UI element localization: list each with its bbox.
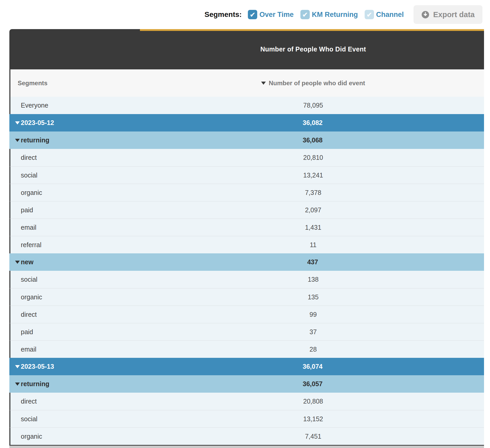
segments-column-label: Segments (18, 80, 48, 87)
row-segment-cell: Everyone (10, 102, 142, 109)
row-value: 20,808 (303, 398, 323, 405)
row-label: organic (21, 189, 42, 196)
row-value: 7,451 (305, 433, 321, 440)
row-value: 36,074 (303, 363, 323, 370)
table-row: social 13,152 (9, 410, 484, 427)
table-row: direct 99 (9, 306, 484, 323)
row-value-cell: 36,082 (141, 119, 484, 127)
row-value: 135 (308, 293, 319, 301)
collapse-triangle-icon[interactable] (15, 365, 20, 368)
sort-triangle-down-icon (261, 82, 266, 85)
table-body: Everyone 78,095 2023-05-12 36,082 return… (9, 97, 484, 445)
row-label: paid (21, 206, 33, 214)
row-label: new (21, 258, 34, 266)
row-label: 2023-05-13 (21, 363, 54, 370)
panel-header: Number of People Who Did Event (9, 29, 484, 69)
checkbox-icon[interactable]: ✔ (365, 10, 374, 19)
checkbox-channel[interactable]: ✔ Channel (365, 10, 404, 19)
row-value: 36,082 (303, 119, 323, 127)
row-segment-cell: direct (10, 154, 142, 161)
row-label: direct (21, 311, 37, 318)
checkbox-km-returning[interactable]: ✔ KM Returning (300, 10, 358, 19)
row-segment-cell: direct (10, 311, 142, 318)
row-value: 11 (310, 241, 317, 249)
row-segment-cell: paid (10, 328, 142, 336)
collapse-triangle-icon[interactable] (15, 121, 20, 124)
row-value-cell: 135 (142, 293, 484, 301)
table-row[interactable]: new 437 (9, 253, 484, 271)
row-value-cell: 1,431 (142, 224, 484, 231)
row-label: returning (21, 136, 49, 144)
row-value-cell: 99 (142, 311, 484, 318)
row-segment-cell: new (9, 258, 141, 266)
table-row: Everyone 78,095 (9, 97, 484, 114)
row-value-cell: 36,068 (141, 136, 484, 144)
row-label: social (21, 415, 37, 423)
checkbox-label[interactable]: Channel (376, 11, 404, 19)
table-row: social 138 (9, 271, 484, 288)
collapse-triangle-icon[interactable] (15, 139, 20, 142)
table-row: paid 2,097 (9, 201, 484, 219)
row-value-cell: 13,241 (142, 172, 484, 179)
row-segment-cell: referral (10, 241, 142, 249)
table-row: referral 11 (9, 236, 484, 253)
row-label: social (21, 276, 37, 283)
table-row: social 13,241 (9, 166, 484, 184)
checkbox-icon[interactable]: ✔ (300, 10, 310, 19)
checkbox-label[interactable]: Over Time (259, 11, 294, 19)
checkmark-icon: ✔ (366, 11, 372, 18)
horizontal-scrollbar[interactable] (9, 445, 484, 448)
row-value-cell: 13,152 (142, 415, 484, 423)
value-column-sort-header[interactable]: Number of people who did event (261, 80, 365, 87)
report-panel: Number of People Who Did Event Segments … (9, 29, 484, 448)
row-value: 13,241 (303, 172, 323, 179)
export-data-button[interactable]: Export data (414, 5, 482, 24)
row-segment-cell: organic (10, 293, 142, 301)
row-value-cell: 20,808 (142, 398, 484, 405)
row-label: email (21, 224, 36, 231)
collapse-triangle-icon[interactable] (15, 383, 20, 386)
panel-title: Number of People Who Did Event (142, 29, 484, 69)
row-label: referral (21, 241, 41, 248)
row-label: Everyone (21, 102, 48, 109)
value-column-label: Number of people who did event (269, 80, 365, 87)
row-value: 2,097 (305, 206, 321, 214)
table-row: direct 20,808 (9, 393, 484, 410)
row-label: social (21, 172, 37, 179)
row-value: 37 (310, 328, 317, 336)
download-circle-icon (421, 11, 429, 19)
row-label: organic (21, 433, 42, 440)
table-row[interactable]: returning 36,057 (9, 375, 484, 393)
table-row[interactable]: 2023-05-12 36,082 (9, 114, 484, 131)
row-value: 1,431 (305, 224, 321, 231)
row-value-cell: 2,097 (142, 206, 484, 214)
table-row[interactable]: returning 36,068 (9, 131, 484, 149)
checkmark-icon: ✔ (250, 11, 256, 18)
row-value-cell: 138 (142, 276, 484, 283)
row-value-cell: 20,810 (142, 154, 484, 161)
row-value-cell: 7,378 (142, 189, 484, 196)
checkbox-label[interactable]: KM Returning (312, 11, 358, 19)
row-value-cell: 437 (141, 258, 484, 266)
row-segment-cell: social (10, 415, 142, 423)
row-segment-cell: organic (10, 433, 142, 440)
checkbox-icon[interactable]: ✔ (248, 10, 257, 19)
row-segment-cell: 2023-05-12 (9, 119, 141, 127)
row-value: 36,057 (303, 380, 323, 388)
checkbox-over-time[interactable]: ✔ Over Time (248, 10, 294, 19)
row-segment-cell: paid (10, 206, 142, 214)
row-value: 138 (308, 276, 319, 283)
row-segment-cell: returning (9, 380, 141, 388)
table-row[interactable]: 2023-05-13 36,074 (9, 358, 484, 375)
row-value: 78,095 (303, 102, 323, 109)
table-row: organic 7,378 (9, 184, 484, 201)
row-value-cell: 36,074 (141, 363, 484, 370)
row-label: returning (21, 380, 49, 387)
collapse-triangle-icon[interactable] (15, 261, 20, 264)
row-segment-cell: email (10, 224, 142, 231)
row-value: 36,068 (303, 136, 323, 144)
toolbar: Segments: ✔ Over Time ✔ KM Returning ✔ C… (0, 0, 490, 29)
segments-label: Segments: (204, 10, 242, 19)
segments-column-header: Segments (10, 80, 142, 87)
table-row: organic 7,451 (9, 427, 484, 445)
